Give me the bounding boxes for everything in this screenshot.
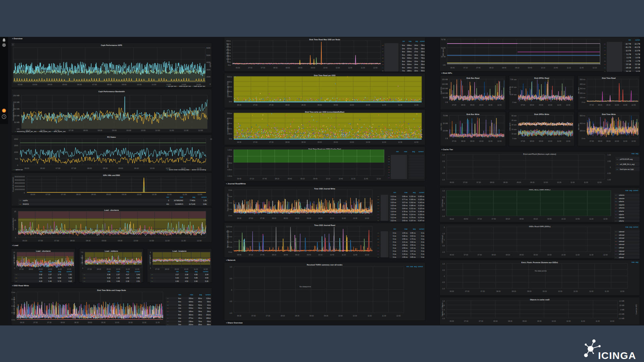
- svg-text:sddwrite: sddwrite: [619, 194, 625, 196]
- svg-text:-1.0: -1.0: [442, 179, 445, 181]
- svg-text:10:30: 10:30: [557, 181, 561, 183]
- svg-text:07:30: 07:30: [481, 290, 485, 292]
- svg-text:5000000000: 5000000000: [14, 176, 25, 178]
- svg-text:—: —: [615, 204, 617, 206]
- svg-text:—: —: [151, 274, 153, 276]
- svg-text:7ms: 7ms: [402, 70, 405, 72]
- svg-text:0: 0: [444, 166, 445, 168]
- svg-text:—: —: [377, 210, 379, 213]
- svg-text:—: —: [15, 277, 17, 279]
- svg-text:0 ms: 0 ms: [393, 256, 396, 258]
- svg-text:09:30: 09:30: [534, 254, 538, 256]
- svg-text:50 MB: 50 MB: [443, 122, 448, 124]
- svg-text:11:00: 11:00: [126, 268, 130, 270]
- svg-text:—: —: [377, 250, 379, 252]
- svg-text:413ms: 413ms: [189, 307, 193, 309]
- svg-text:0 MB: 0 MB: [620, 309, 624, 311]
- svg-text:0 B: 0 B: [17, 128, 20, 130]
- svg-text:08:00: 08:00: [83, 129, 88, 131]
- svg-text:228ms: 228ms: [407, 61, 412, 62]
- svg-text:07:30: 07:30: [71, 167, 76, 169]
- svg-text:10:10: 10:10: [318, 254, 323, 256]
- svg-text:0ms: 0ms: [229, 101, 232, 103]
- svg-text:—: —: [604, 64, 606, 65]
- svg-text:1.0: 1.0: [442, 300, 445, 302]
- svg-text:08:00: 08:00: [76, 193, 81, 195]
- svg-text:3ms: 3ms: [402, 57, 405, 59]
- svg-text:-1.00: -1.00: [607, 179, 611, 181]
- svg-text:-1.0: -1.0: [229, 312, 232, 314]
- svg-text:-0.5: -0.5: [229, 300, 232, 302]
- svg-text:09:00: 09:00: [107, 268, 111, 270]
- svg-text:avg: avg: [413, 228, 416, 230]
- svg-text:0.5: 0.5: [442, 196, 445, 198]
- svg-text:492ms: 492ms: [189, 304, 193, 306]
- svg-text:11:00: 11:00: [348, 67, 352, 69]
- svg-text:0.176 ms: 0.176 ms: [418, 217, 424, 219]
- svg-text:—: —: [615, 250, 617, 252]
- svg-text:0 ms: 0 ms: [582, 101, 585, 103]
- svg-text:0.60 ms: 0.60 ms: [402, 220, 408, 222]
- svg-text:—: —: [604, 60, 606, 62]
- svg-text:7.5K ops: 7.5K ops: [510, 78, 517, 80]
- svg-text:06:50: 06:50: [464, 218, 468, 220]
- svg-text:11:40: 11:40: [580, 67, 584, 69]
- svg-text:09:00: 09:00: [175, 268, 179, 270]
- svg-text:12:00: 12:00: [414, 141, 419, 143]
- svg-text:07:00: 07:00: [155, 268, 160, 270]
- svg-text:—: —: [84, 274, 85, 276]
- svg-text:11:00: 11:00: [557, 104, 561, 106]
- svg-text:10:00: 10:00: [323, 67, 328, 69]
- svg-text:68ms: 68ms: [421, 48, 425, 50]
- svg-text:sdaread: sdaread: [619, 231, 625, 233]
- svg-text:—: —: [615, 214, 617, 216]
- svg-text:2.86 ms: 2.86 ms: [402, 244, 408, 246]
- svg-text:12:10: 12:10: [593, 67, 597, 69]
- svg-text:75 MB: 75 MB: [443, 115, 448, 117]
- svg-text:—: —: [382, 64, 384, 65]
- svg-text:—: —: [388, 177, 390, 179]
- svg-text:1.0: 1.0: [442, 190, 445, 192]
- svg-text:10:00: 10:00: [350, 104, 354, 106]
- svg-text:1.0ms: 1.0ms: [227, 149, 232, 151]
- svg-text:—: —: [604, 43, 606, 45]
- svg-text:12:00: 12:00: [566, 104, 571, 106]
- svg-text:RADOS: RADOS: [23, 203, 29, 205]
- svg-text:9ms: 9ms: [402, 61, 405, 62]
- svg-text:07:00: 07:00: [463, 181, 468, 183]
- svg-text:0.5: 0.5: [442, 269, 445, 271]
- svg-text:0.188 ms: 0.188 ms: [409, 205, 416, 206]
- svg-text:10:00: 10:00: [350, 141, 354, 143]
- svg-text:11:00: 11:00: [488, 140, 492, 142]
- svg-text:07:30: 07:30: [477, 181, 481, 183]
- svg-text:4.83: 4.83: [194, 274, 198, 276]
- svg-text:11:30: 11:30: [184, 129, 188, 131]
- svg-text:ICINGA: ICINGA: [598, 350, 636, 361]
- svg-text:10:30: 10:30: [366, 104, 370, 106]
- svg-text:min: min: [402, 41, 405, 42]
- svg-text:max avg current: max avg current: [625, 226, 638, 228]
- svg-text:09:30: 09:30: [543, 290, 547, 292]
- svg-text:09:00: 09:00: [310, 315, 314, 317]
- svg-text:64ms: 64ms: [198, 301, 202, 303]
- svg-text:07:00: 07:00: [34, 321, 38, 323]
- svg-text:0.25 ms: 0.25 ms: [391, 205, 396, 206]
- svg-text:0.16 ms: 0.16 ms: [391, 211, 396, 213]
- svg-text:2.51: 2.51: [137, 280, 140, 282]
- svg-text:—: —: [604, 54, 606, 55]
- svg-text:08:00: 08:00: [97, 268, 101, 270]
- svg-text:0: 0: [82, 267, 83, 269]
- svg-text:3.27: 3.27: [175, 274, 179, 276]
- svg-text:10:00: 10:00: [137, 83, 142, 85]
- svg-text:Number of Objects: Number of Objects: [441, 302, 443, 316]
- svg-text:0: 0: [15, 237, 16, 239]
- svg-text:1.0: 1.0: [442, 154, 445, 156]
- svg-text:0.114 ms: 0.114 ms: [410, 214, 416, 216]
- svg-text:08:00: 08:00: [492, 254, 496, 256]
- svg-text:min: min: [176, 270, 179, 273]
- svg-text:26ms: 26ms: [198, 314, 202, 316]
- svg-text:12:00: 12:00: [603, 254, 608, 256]
- svg-text:read ops/s: read ops/s: [509, 86, 511, 95]
- svg-text:11:00: 11:00: [488, 104, 492, 106]
- svg-text:250 MB: 250 MB: [442, 78, 448, 80]
